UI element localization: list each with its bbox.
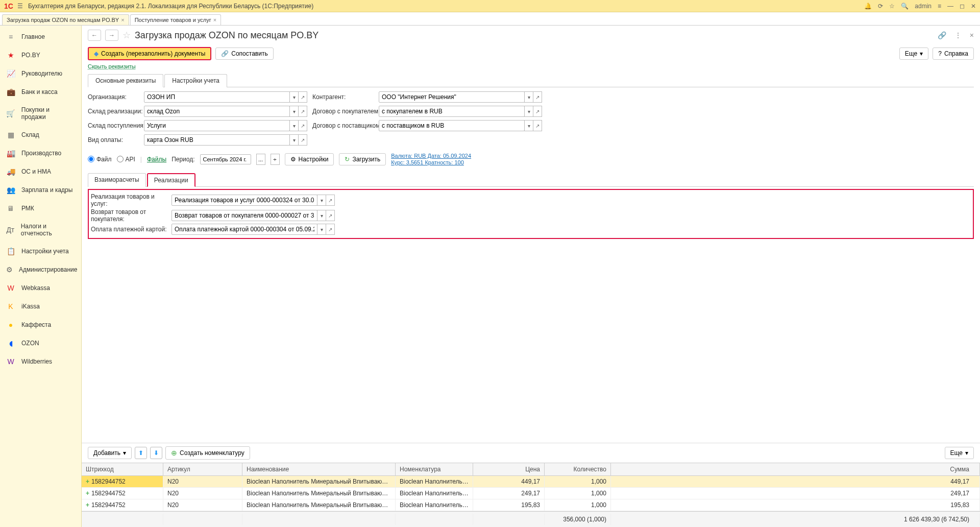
move-up-button[interactable]: ⬆ <box>135 447 147 459</box>
warehouse-real-input[interactable] <box>144 106 290 117</box>
sidebar-item-14[interactable]: KiKassa <box>0 297 81 316</box>
supplier-contract-input[interactable] <box>379 120 525 131</box>
open-icon[interactable]: ↗ <box>298 134 307 146</box>
star-icon[interactable]: ☆ <box>889 3 895 10</box>
sidebar-item-6[interactable]: 🏭Производство <box>0 144 81 162</box>
hide-requisites-link[interactable]: Скрыть реквизиты <box>82 62 980 70</box>
col-barcode[interactable]: Штрихкод <box>82 463 163 475</box>
sidebar-item-3[interactable]: 💼Банк и касса <box>0 83 81 101</box>
minimize-icon[interactable]: — <box>947 3 953 10</box>
dropdown-icon[interactable]: ▾ <box>289 134 299 146</box>
close-icon[interactable]: × <box>121 17 124 23</box>
open-icon[interactable]: ↗ <box>326 210 335 221</box>
close-window-icon[interactable]: ✕ <box>971 3 976 10</box>
open-icon[interactable]: ↗ <box>298 106 307 117</box>
sidebar-item-11[interactable]: 📋Настройки учета <box>0 242 81 260</box>
sidebar-item-1[interactable]: ★PO.BY <box>0 46 81 64</box>
return-doc-input[interactable] <box>172 210 317 221</box>
currency-info-link[interactable]: Валюта: RUB Дата: 05.09.2024 <box>391 153 471 159</box>
close-page-icon[interactable]: × <box>970 31 974 39</box>
dropdown-icon[interactable]: ▾ <box>289 120 299 131</box>
sidebar-item-0[interactable]: ≡Главное <box>0 28 81 46</box>
sidebar-item-8[interactable]: 👥Зарплата и кадры <box>0 181 81 199</box>
open-icon[interactable]: ↗ <box>326 224 335 235</box>
help-button[interactable]: ? Справка <box>933 47 974 60</box>
maximize-icon[interactable]: ◻ <box>960 3 965 10</box>
open-icon[interactable]: ↗ <box>533 91 542 103</box>
subtab-settlements[interactable]: Взаиморасчеты <box>88 173 146 187</box>
more-button[interactable]: Еще ▾ <box>899 47 928 60</box>
files-link[interactable]: Файлы <box>147 156 166 163</box>
compare-button[interactable]: 🔗 Сопоставить <box>215 47 273 60</box>
col-name[interactable]: Наименование <box>242 463 396 475</box>
period-ellipsis-button[interactable]: ... <box>256 154 265 165</box>
history-icon[interactable]: ⟳ <box>878 3 883 10</box>
table-row[interactable]: +1582944752N20Bioclean Наполнитель Минер… <box>82 499 980 511</box>
sidebar-item-9[interactable]: 🖥РМК <box>0 199 81 218</box>
source-api-radio[interactable]: API <box>117 156 135 163</box>
nav-forward-button[interactable]: → <box>105 30 118 41</box>
rate-info-link[interactable]: Курс: 3,5651 Кратность: 100 <box>391 159 471 165</box>
table-more-button[interactable]: Еще ▾ <box>945 447 974 459</box>
menu-icon[interactable]: ☰ <box>17 3 23 10</box>
sidebar-item-16[interactable]: ◖OZON <box>0 334 81 352</box>
card-payment-doc-input[interactable] <box>172 224 317 235</box>
nav-back-button[interactable]: ← <box>88 30 101 41</box>
create-refill-button[interactable]: ◆ Создать (перезаполнить) документы <box>88 47 211 60</box>
subtab-realizations[interactable]: Реализации <box>147 173 195 187</box>
open-icon[interactable]: ↗ <box>533 106 542 117</box>
sidebar-item-13[interactable]: WWebkassa <box>0 279 81 297</box>
col-article[interactable]: Артикул <box>163 463 242 475</box>
window-tab-receipt[interactable]: Поступление товаров и услуг × <box>130 14 222 25</box>
dropdown-icon[interactable]: ▾ <box>289 106 299 117</box>
sidebar-item-5[interactable]: ▦Склад <box>0 126 81 144</box>
sidebar-item-2[interactable]: 📈Руководителю <box>0 64 81 83</box>
col-nomenclature[interactable]: Номенклатура <box>396 463 473 475</box>
dropdown-icon[interactable]: ▾ <box>524 120 533 131</box>
warehouse-in-input[interactable] <box>144 120 290 131</box>
open-icon[interactable]: ↗ <box>298 91 307 103</box>
col-sum[interactable]: Сумма <box>611 463 980 475</box>
period-input[interactable] <box>200 154 251 164</box>
load-button[interactable]: ↻ Загрузить <box>339 153 386 165</box>
tab-main-requisites[interactable]: Основные реквизиты <box>88 74 163 87</box>
open-icon[interactable]: ↗ <box>326 195 335 206</box>
sidebar-item-10[interactable]: ДтНалоги и отчетность <box>0 218 81 242</box>
open-icon[interactable]: ↗ <box>533 120 542 131</box>
sidebar-item-12[interactable]: ⚙Администрирование <box>0 260 81 279</box>
contractor-input[interactable] <box>379 91 525 103</box>
dropdown-icon[interactable]: ▾ <box>317 195 326 206</box>
realization-doc-input[interactable] <box>172 195 317 206</box>
bell-icon[interactable]: 🔔 <box>864 3 872 10</box>
settings-icon[interactable]: ≡ <box>938 3 941 10</box>
sidebar-item-15[interactable]: ●Каффеста <box>0 316 81 334</box>
sidebar-item-7[interactable]: 🚚ОС и НМА <box>0 162 81 181</box>
close-icon[interactable]: × <box>213 17 216 23</box>
add-button[interactable]: Добавить ▾ <box>88 447 132 459</box>
move-down-button[interactable]: ⬇ <box>150 447 162 459</box>
tab-account-settings[interactable]: Настройки учета <box>164 74 227 87</box>
sidebar-item-17[interactable]: WWildberries <box>0 352 81 371</box>
kebab-icon[interactable]: ⋮ <box>954 31 962 39</box>
link-icon[interactable]: 🔗 <box>938 31 946 39</box>
dropdown-icon[interactable]: ▾ <box>524 91 533 103</box>
period-stepper-button[interactable]: ÷ <box>271 154 280 165</box>
col-qty[interactable]: Количество <box>545 463 611 475</box>
table-row[interactable]: +1582944752N20Bioclean Наполнитель Минер… <box>82 476 980 488</box>
dropdown-icon[interactable]: ▾ <box>317 224 326 235</box>
create-nomenclature-button[interactable]: ⊕ Создать номенклатуру <box>165 446 250 460</box>
favorite-star-icon[interactable]: ☆ <box>122 30 131 41</box>
source-file-radio[interactable]: Файл <box>88 156 112 163</box>
dropdown-icon[interactable]: ▾ <box>524 106 533 117</box>
table-row[interactable]: +1582944752N20Bioclean Наполнитель Минер… <box>82 488 980 499</box>
buyer-contract-input[interactable] <box>379 106 525 117</box>
dropdown-icon[interactable]: ▾ <box>317 210 326 221</box>
dropdown-icon[interactable]: ▾ <box>289 91 299 103</box>
sidebar-item-4[interactable]: 🛒Покупки и продажи <box>0 101 81 126</box>
settings-button[interactable]: ⚙ Настройки <box>285 153 334 165</box>
org-input[interactable] <box>144 91 290 103</box>
window-tab-ozon-load[interactable]: Загрузка продаж OZON по месяцам PO.BY × <box>2 14 129 25</box>
payment-type-input[interactable] <box>144 134 290 146</box>
open-icon[interactable]: ↗ <box>298 120 307 131</box>
search-icon[interactable]: 🔍 <box>901 3 909 10</box>
